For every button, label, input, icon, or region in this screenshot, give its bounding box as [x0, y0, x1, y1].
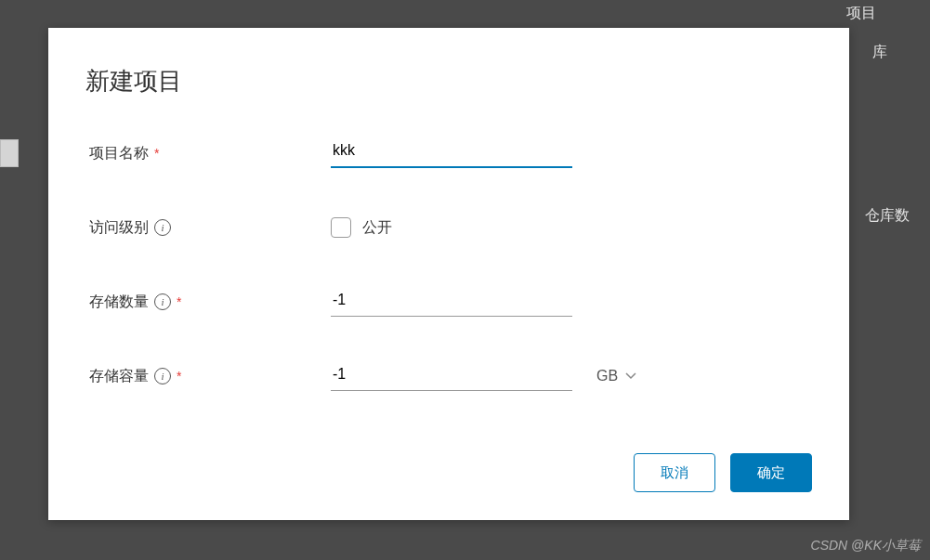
storage-capacity-label: 存储容量 — [89, 367, 149, 386]
access-level-input-group: 公开 — [331, 217, 392, 238]
storage-capacity-row: 存储容量 i * GB — [89, 358, 812, 395]
public-checkbox[interactable] — [331, 217, 351, 238]
capacity-unit-value: GB — [596, 368, 618, 384]
access-level-label: 访问级别 — [89, 218, 149, 238]
info-icon[interactable]: i — [154, 368, 171, 384]
storage-capacity-input[interactable] — [331, 362, 572, 391]
required-mark: * — [177, 369, 181, 384]
form-area: 项目名称 * 访问级别 i 公开 存储数量 i * — [85, 135, 812, 453]
storage-count-input[interactable] — [331, 288, 572, 317]
storage-count-row: 存储数量 i * — [89, 283, 812, 320]
public-checkbox-label: 公开 — [362, 218, 392, 238]
capacity-unit-select[interactable]: GB — [591, 364, 642, 388]
cancel-button[interactable]: 取消 — [634, 453, 715, 492]
access-level-label-group: 访问级别 i — [89, 218, 331, 238]
info-icon[interactable]: i — [154, 293, 171, 310]
chevron-down-icon — [625, 372, 636, 380]
storage-count-label-group: 存储数量 i * — [89, 293, 331, 312]
project-name-input[interactable] — [331, 138, 572, 168]
project-name-label: 项目名称 — [89, 144, 149, 163]
storage-capacity-label-group: 存储容量 i * — [89, 367, 331, 386]
watermark: CSDN @KK小草莓 — [811, 538, 921, 554]
modal-footer: 取消 确定 — [85, 453, 812, 492]
storage-capacity-input-group: GB — [331, 362, 642, 391]
new-project-modal: 新建项目 项目名称 * 访问级别 i 公开 — [48, 28, 849, 520]
required-mark: * — [154, 146, 159, 161]
storage-count-input-group — [331, 288, 572, 317]
bg-element — [0, 139, 19, 167]
project-name-row: 项目名称 * — [89, 135, 812, 172]
access-level-row: 访问级别 i 公开 — [89, 209, 812, 246]
project-name-input-group — [331, 138, 572, 168]
bg-nav-text: 项目 — [846, 4, 876, 23]
bg-column-header: 仓库数 — [865, 206, 910, 226]
bg-nav-text: 库 — [872, 43, 887, 62]
confirm-button[interactable]: 确定 — [730, 453, 812, 492]
info-icon[interactable]: i — [154, 219, 171, 236]
storage-count-label: 存储数量 — [89, 293, 149, 312]
project-name-label-group: 项目名称 * — [89, 144, 331, 163]
modal-title: 新建项目 — [85, 65, 812, 98]
required-mark: * — [177, 294, 181, 309]
public-checkbox-wrap: 公开 — [331, 217, 392, 238]
